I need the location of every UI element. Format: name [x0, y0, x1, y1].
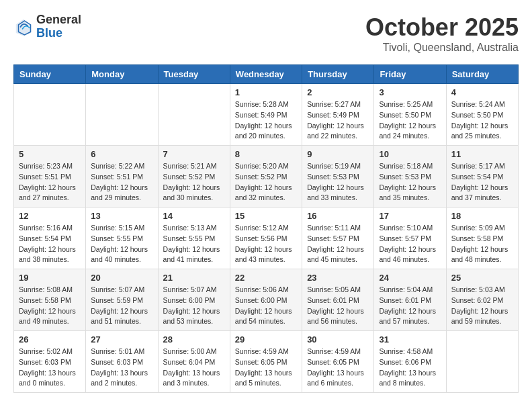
- day-number: 14: [163, 211, 225, 221]
- day-info: Sunrise: 5:13 AM Sunset: 5:55 PM Dayligh…: [163, 223, 225, 265]
- table-row: 27Sunrise: 5:01 AM Sunset: 6:03 PM Dayli…: [86, 331, 158, 393]
- page-header: General Blue October 2025 Tivoli, Queens…: [13, 13, 519, 54]
- day-number: 15: [235, 211, 297, 221]
- day-number: 11: [451, 149, 513, 159]
- table-row: 16Sunrise: 5:11 AM Sunset: 5:57 PM Dayli…: [302, 208, 374, 269]
- calendar-header-row: Sunday Monday Tuesday Wednesday Thursday…: [14, 65, 519, 84]
- day-number: 23: [307, 273, 369, 283]
- day-number: 19: [19, 273, 81, 283]
- logo: General Blue: [13, 13, 81, 40]
- table-row: [86, 84, 158, 146]
- calendar-week-row: 12Sunrise: 5:16 AM Sunset: 5:54 PM Dayli…: [14, 208, 519, 269]
- day-info: Sunrise: 5:00 AM Sunset: 6:04 PM Dayligh…: [163, 347, 225, 389]
- table-row: 3Sunrise: 5:25 AM Sunset: 5:50 PM Daylig…: [374, 84, 446, 146]
- location-title: Tivoli, Queensland, Australia: [365, 42, 519, 54]
- table-row: 13Sunrise: 5:15 AM Sunset: 5:55 PM Dayli…: [86, 208, 158, 269]
- day-info: Sunrise: 5:10 AM Sunset: 5:57 PM Dayligh…: [379, 223, 441, 265]
- day-number: 13: [91, 211, 152, 221]
- calendar-week-row: 1Sunrise: 5:28 AM Sunset: 5:49 PM Daylig…: [14, 84, 519, 146]
- table-row: 28Sunrise: 5:00 AM Sunset: 6:04 PM Dayli…: [158, 331, 230, 393]
- table-row: 19Sunrise: 5:08 AM Sunset: 5:58 PM Dayli…: [14, 269, 86, 331]
- title-block: October 2025 Tivoli, Queensland, Austral…: [365, 13, 519, 54]
- day-info: Sunrise: 4:58 AM Sunset: 6:06 PM Dayligh…: [379, 347, 441, 389]
- calendar-table: Sunday Monday Tuesday Wednesday Thursday…: [13, 64, 519, 393]
- day-number: 9: [307, 149, 369, 159]
- table-row: 8Sunrise: 5:20 AM Sunset: 5:52 PM Daylig…: [230, 146, 302, 208]
- logo-blue: Blue: [36, 27, 81, 40]
- day-number: 20: [91, 273, 152, 283]
- header-sunday: Sunday: [14, 65, 86, 84]
- logo-icon: [13, 17, 34, 37]
- day-number: 6: [91, 149, 152, 159]
- day-number: 21: [163, 273, 225, 283]
- table-row: 9Sunrise: 5:19 AM Sunset: 5:53 PM Daylig…: [302, 146, 374, 208]
- day-number: 31: [379, 334, 441, 345]
- day-info: Sunrise: 5:22 AM Sunset: 5:51 PM Dayligh…: [91, 161, 152, 203]
- table-row: 2Sunrise: 5:27 AM Sunset: 5:49 PM Daylig…: [302, 84, 374, 146]
- day-info: Sunrise: 5:11 AM Sunset: 5:57 PM Dayligh…: [307, 223, 369, 265]
- calendar-week-row: 19Sunrise: 5:08 AM Sunset: 5:58 PM Dayli…: [14, 269, 519, 331]
- day-info: Sunrise: 5:17 AM Sunset: 5:54 PM Dayligh…: [451, 161, 513, 203]
- header-wednesday: Wednesday: [230, 65, 302, 84]
- day-info: Sunrise: 5:15 AM Sunset: 5:55 PM Dayligh…: [91, 223, 152, 265]
- day-number: 10: [379, 149, 441, 159]
- day-info: Sunrise: 5:08 AM Sunset: 5:58 PM Dayligh…: [19, 285, 81, 327]
- day-info: Sunrise: 4:59 AM Sunset: 6:05 PM Dayligh…: [307, 347, 369, 389]
- table-row: 11Sunrise: 5:17 AM Sunset: 5:54 PM Dayli…: [446, 146, 518, 208]
- day-info: Sunrise: 5:19 AM Sunset: 5:53 PM Dayligh…: [307, 161, 369, 203]
- day-number: 27: [91, 334, 152, 345]
- header-tuesday: Tuesday: [158, 65, 230, 84]
- calendar-week-row: 26Sunrise: 5:02 AM Sunset: 6:03 PM Dayli…: [14, 331, 519, 393]
- day-number: 2: [307, 87, 369, 97]
- day-info: Sunrise: 5:28 AM Sunset: 5:49 PM Dayligh…: [235, 99, 297, 142]
- day-number: 18: [451, 211, 513, 221]
- day-number: 26: [19, 334, 81, 345]
- calendar-week-row: 5Sunrise: 5:23 AM Sunset: 5:51 PM Daylig…: [14, 146, 519, 208]
- day-number: 1: [235, 87, 297, 97]
- day-info: Sunrise: 5:07 AM Sunset: 6:00 PM Dayligh…: [163, 285, 225, 327]
- table-row: 24Sunrise: 5:04 AM Sunset: 6:01 PM Dayli…: [374, 269, 446, 331]
- month-title: October 2025: [365, 13, 519, 42]
- logo-general: General: [36, 13, 81, 27]
- table-row: 25Sunrise: 5:03 AM Sunset: 6:02 PM Dayli…: [446, 269, 518, 331]
- table-row: 4Sunrise: 5:24 AM Sunset: 5:50 PM Daylig…: [446, 84, 518, 146]
- table-row: 18Sunrise: 5:09 AM Sunset: 5:58 PM Dayli…: [446, 208, 518, 269]
- day-info: Sunrise: 5:02 AM Sunset: 6:03 PM Dayligh…: [19, 347, 81, 389]
- table-row: 5Sunrise: 5:23 AM Sunset: 5:51 PM Daylig…: [14, 146, 86, 208]
- table-row: [14, 84, 86, 146]
- table-row: 12Sunrise: 5:16 AM Sunset: 5:54 PM Dayli…: [14, 208, 86, 269]
- day-info: Sunrise: 5:06 AM Sunset: 6:00 PM Dayligh…: [235, 285, 297, 327]
- day-info: Sunrise: 5:24 AM Sunset: 5:50 PM Dayligh…: [451, 99, 513, 142]
- table-row: 23Sunrise: 5:05 AM Sunset: 6:01 PM Dayli…: [302, 269, 374, 331]
- day-number: 16: [307, 211, 369, 221]
- day-info: Sunrise: 5:18 AM Sunset: 5:53 PM Dayligh…: [379, 161, 441, 203]
- table-row: 29Sunrise: 4:59 AM Sunset: 6:05 PM Dayli…: [230, 331, 302, 393]
- table-row: [158, 84, 230, 146]
- table-row: 1Sunrise: 5:28 AM Sunset: 5:49 PM Daylig…: [230, 84, 302, 146]
- table-row: 7Sunrise: 5:21 AM Sunset: 5:52 PM Daylig…: [158, 146, 230, 208]
- day-info: Sunrise: 5:20 AM Sunset: 5:52 PM Dayligh…: [235, 161, 297, 203]
- day-info: Sunrise: 4:59 AM Sunset: 6:05 PM Dayligh…: [235, 347, 297, 389]
- day-number: 29: [235, 334, 297, 345]
- day-number: 22: [235, 273, 297, 283]
- day-info: Sunrise: 5:27 AM Sunset: 5:49 PM Dayligh…: [307, 99, 369, 142]
- table-row: 20Sunrise: 5:07 AM Sunset: 5:59 PM Dayli…: [86, 269, 158, 331]
- day-number: 25: [451, 273, 513, 283]
- table-row: 22Sunrise: 5:06 AM Sunset: 6:00 PM Dayli…: [230, 269, 302, 331]
- table-row: [446, 331, 518, 393]
- table-row: 26Sunrise: 5:02 AM Sunset: 6:03 PM Dayli…: [14, 331, 86, 393]
- table-row: 6Sunrise: 5:22 AM Sunset: 5:51 PM Daylig…: [86, 146, 158, 208]
- day-info: Sunrise: 5:16 AM Sunset: 5:54 PM Dayligh…: [19, 223, 81, 265]
- day-number: 28: [163, 334, 225, 345]
- day-number: 8: [235, 149, 297, 159]
- day-info: Sunrise: 5:03 AM Sunset: 6:02 PM Dayligh…: [451, 285, 513, 327]
- header-friday: Friday: [374, 65, 446, 84]
- day-info: Sunrise: 5:07 AM Sunset: 5:59 PM Dayligh…: [91, 285, 152, 327]
- day-info: Sunrise: 5:04 AM Sunset: 6:01 PM Dayligh…: [379, 285, 441, 327]
- day-number: 7: [163, 149, 225, 159]
- table-row: 15Sunrise: 5:12 AM Sunset: 5:56 PM Dayli…: [230, 208, 302, 269]
- day-info: Sunrise: 5:09 AM Sunset: 5:58 PM Dayligh…: [451, 223, 513, 265]
- day-number: 3: [379, 87, 441, 97]
- table-row: 21Sunrise: 5:07 AM Sunset: 6:00 PM Dayli…: [158, 269, 230, 331]
- table-row: 10Sunrise: 5:18 AM Sunset: 5:53 PM Dayli…: [374, 146, 446, 208]
